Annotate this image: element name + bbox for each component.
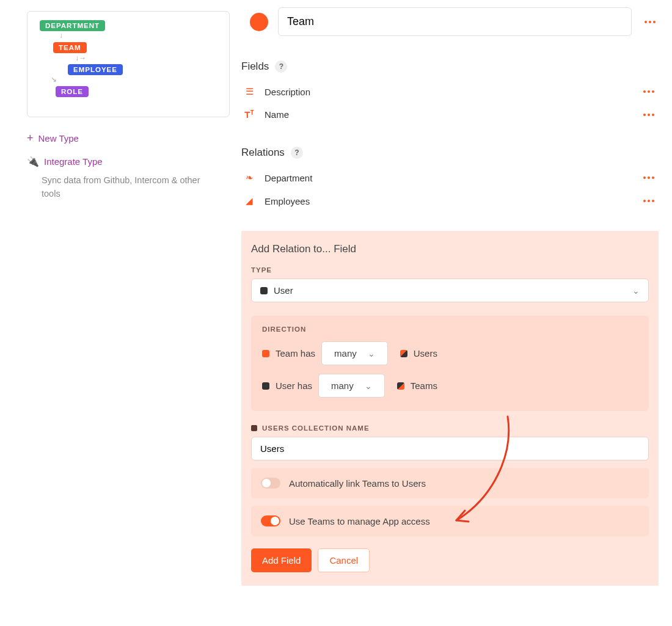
collection-name-input[interactable] (251, 437, 649, 460)
type-color-icon (260, 287, 268, 294)
collection-name-group: USERS COLLECTION NAME (251, 424, 649, 460)
relation-more-button[interactable] (640, 173, 657, 183)
user-color-icon (400, 350, 407, 357)
field-label: Name (265, 109, 632, 120)
type-color-dot[interactable] (250, 13, 268, 31)
relations-header: Relations ? (241, 147, 659, 159)
field-more-button[interactable] (640, 87, 657, 96)
type-label: TYPE (251, 266, 649, 274)
user-color-icon (262, 382, 269, 390)
toggle-switch[interactable] (261, 478, 280, 489)
dir1-cardinality-select[interactable]: many ⌄ (321, 341, 388, 365)
field-row[interactable]: ☰ Description (241, 80, 659, 103)
toggle-manage-access[interactable]: Use Teams to manage App access (251, 506, 649, 536)
new-type-label: New Type (38, 133, 79, 144)
node-employee[interactable]: EMPLOYEE (68, 64, 123, 75)
team-color-icon (262, 350, 269, 357)
chevron-down-icon: ⌄ (365, 381, 372, 391)
relation-label: Department (265, 173, 632, 183)
team-color-icon (397, 382, 404, 390)
toggle-switch[interactable] (261, 515, 280, 526)
direction-box: DIRECTION Team has many ⌄ Users User has… (251, 316, 649, 411)
relation-row[interactable]: ❧ Department (241, 166, 659, 189)
chevron-down-icon: ⌄ (632, 286, 640, 296)
schema-diagram: DEPARTMENT TEAM EMPLOYEE ROLE ↓ ↓→ ↘ (27, 11, 230, 117)
dir-right: Users (414, 348, 437, 358)
direction-label: DIRECTION (262, 326, 638, 333)
help-icon[interactable]: ? (291, 147, 303, 159)
square-icon (251, 425, 257, 431)
field-row[interactable]: TT Name (241, 103, 659, 126)
node-department[interactable]: DEPARTMENT (40, 20, 105, 31)
relations-title: Relations (241, 147, 285, 159)
add-field-button[interactable]: Add Field (251, 548, 312, 572)
main: Fields ? ☰ Description TT Name Relations… (241, 0, 672, 626)
fields-header: Fields ? (241, 60, 659, 73)
add-relation-panel: Add Relation to... Field TYPE User ⌄ DIR… (241, 231, 659, 586)
toggle-auto-link[interactable]: Automatically link Teams to Users (251, 468, 649, 498)
plus-icon: + (27, 132, 34, 145)
list-icon: ☰ (243, 86, 256, 97)
integrate-type-button[interactable]: 🔌 Integrate Type (27, 156, 230, 167)
relation-row[interactable]: ◢ Employees (241, 189, 659, 213)
toggle-label: Use Teams to manage App access (289, 516, 430, 526)
field-label: Description (265, 87, 632, 97)
node-team[interactable]: TEAM (53, 42, 87, 53)
chevron-down-icon: ⌄ (368, 349, 375, 358)
cancel-button[interactable]: Cancel (318, 548, 370, 572)
fields-title: Fields (241, 60, 269, 73)
type-select-value: User (274, 285, 293, 296)
more-menu-button[interactable] (641, 17, 659, 27)
collection-label: USERS COLLECTION NAME (251, 424, 649, 432)
type-select[interactable]: User ⌄ (251, 278, 649, 302)
field-more-button[interactable] (640, 110, 657, 120)
dir-left: User has (276, 380, 312, 391)
new-type-button[interactable]: + New Type (27, 132, 230, 145)
button-row: Add Field Cancel (251, 548, 649, 572)
dir-left: Team has (276, 348, 315, 358)
type-name-input[interactable] (278, 7, 632, 36)
dir2-cardinality-select[interactable]: many ⌄ (318, 374, 385, 398)
leaf-icon: ❧ (243, 172, 256, 183)
title-row (241, 7, 659, 36)
arrow-icon: ↓ (59, 32, 63, 39)
plug-icon: 🔌 (27, 156, 39, 167)
integrate-type-label: Integrate Type (44, 156, 103, 167)
triangle-icon: ◢ (243, 195, 256, 206)
direction-row-2: User has many ⌄ Teams (262, 374, 638, 398)
arrow-icon: ↘ (51, 76, 57, 83)
integrate-desc: Sync data from Github, Intercom & other … (42, 173, 200, 201)
toggle-label: Automatically link Teams to Users (289, 478, 426, 489)
relation-more-button[interactable] (640, 196, 657, 206)
text-icon: TT (243, 109, 256, 120)
panel-title: Add Relation to... Field (251, 243, 649, 255)
direction-row-1: Team has many ⌄ Users (262, 341, 638, 365)
node-role[interactable]: ROLE (56, 86, 89, 97)
dir-right: Teams (411, 380, 437, 391)
help-icon[interactable]: ? (275, 60, 287, 73)
sidebar: DEPARTMENT TEAM EMPLOYEE ROLE ↓ ↓→ ↘ + N… (0, 0, 241, 626)
arrow-icon: ↓→ (75, 54, 86, 62)
relation-label: Employees (265, 196, 632, 206)
